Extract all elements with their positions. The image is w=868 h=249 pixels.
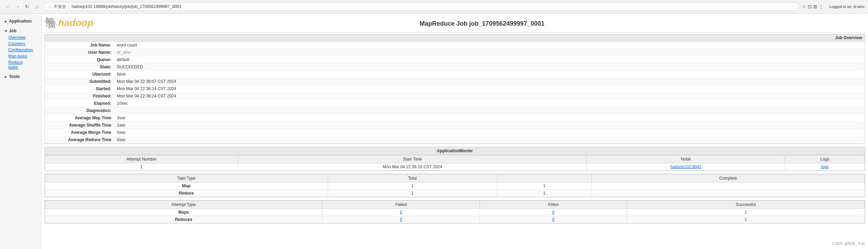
field-label: Diagnostics: bbox=[45, 107, 114, 114]
extension-icon[interactable]: ⊞ bbox=[813, 4, 817, 9]
attempt-summary-table: Attempt Type Failed Killed Successful Ma… bbox=[45, 200, 865, 223]
table-row: Diagnostics: bbox=[45, 107, 865, 114]
field-value: dr_who bbox=[114, 49, 865, 56]
sidebar-item-counters[interactable]: Counters bbox=[3, 41, 38, 47]
field-value: 1sec bbox=[114, 122, 865, 129]
reduce-total: 1 bbox=[328, 190, 497, 197]
sidebar: ► Application ▼ Job Overview Counters Co… bbox=[0, 14, 42, 249]
sidebar-item-overview[interactable]: Overview bbox=[3, 34, 38, 41]
header-row: 🐘 hadoop MapReduce Job job_1709562499997… bbox=[42, 14, 868, 33]
table-row: Average Shuffle Time 1sec bbox=[45, 122, 865, 129]
hadoop-logo: hadoop bbox=[58, 17, 93, 28]
tools-label: Tools bbox=[9, 74, 20, 79]
attempt-row-reduces: Reduces 0 0 1 bbox=[45, 216, 865, 223]
reduces-failed[interactable]: 0 bbox=[322, 216, 480, 223]
col-task-type: Task Type bbox=[45, 174, 328, 182]
am-table: Attempt Number Start Time Node Logs 1 Mo… bbox=[45, 155, 865, 171]
table-row: Finished: Mon Mar 04 22:36:24 CST 2024 bbox=[45, 93, 865, 100]
field-value: default bbox=[114, 56, 865, 63]
col-total: Total bbox=[328, 174, 497, 182]
job-label: Job bbox=[9, 28, 16, 33]
table-row: Average Merge Time 0sec bbox=[45, 129, 865, 136]
col-node: Node bbox=[587, 155, 785, 163]
field-label: State: bbox=[45, 63, 114, 71]
field-value: false bbox=[114, 71, 865, 78]
menu-icon[interactable]: ⋮ bbox=[819, 4, 824, 9]
attempt-number: 1 bbox=[45, 163, 238, 171]
field-label: Average Map Time bbox=[45, 114, 114, 122]
map-col3: 1 bbox=[497, 182, 592, 190]
attempt-type-maps: Maps bbox=[45, 209, 323, 216]
col-logs: Logs bbox=[785, 155, 865, 163]
tools-arrow: ► bbox=[4, 75, 8, 79]
table-row: State: SUCCEEDED bbox=[45, 63, 865, 71]
task-type-map: Map bbox=[45, 182, 328, 190]
table-row: User Name: dr_who bbox=[45, 49, 865, 56]
node-link[interactable]: hadoop102:8042 bbox=[587, 163, 785, 171]
task-summary-header: Task Type Total Complete bbox=[45, 174, 865, 182]
application-header[interactable]: ► Application bbox=[3, 18, 38, 25]
logo-area: 🐘 hadoop bbox=[42, 15, 96, 31]
job-section: ▼ Job Overview Counters Configuration Ma… bbox=[0, 26, 41, 72]
maps-successful: 1 bbox=[627, 209, 865, 216]
field-label: Average Shuffle Time bbox=[45, 122, 114, 129]
nav-buttons[interactable]: ← → ↻ ⌂ bbox=[3, 2, 41, 11]
watermark: CSDN @阿莫_火娃 bbox=[832, 241, 865, 246]
col-attempt-number: Attempt Number bbox=[45, 155, 238, 163]
job-info-table: Job Name: word count User Name: dr_who Q… bbox=[45, 42, 865, 144]
field-label: Average Merge Time bbox=[45, 129, 114, 136]
attempt-type-reduces: Reduces bbox=[45, 216, 323, 223]
tools-section: ► Tools bbox=[0, 72, 41, 81]
field-value: Mon Mar 04 22:36:07 CST 2024 bbox=[114, 78, 865, 85]
sidebar-item-reduce-tasks[interactable]: Reduce tasks bbox=[3, 59, 38, 70]
table-row: Uberized: false bbox=[45, 71, 865, 78]
security-icon: ⚠ bbox=[48, 5, 52, 9]
maps-failed[interactable]: 0 bbox=[322, 209, 480, 216]
attempt-row-maps: Maps 0 0 1 bbox=[45, 209, 865, 216]
table-row: Average Reduce Time 0sec bbox=[45, 136, 865, 144]
maps-killed[interactable]: 0 bbox=[480, 209, 627, 216]
security-warning: 不安全 bbox=[54, 4, 66, 10]
col-successful: Successful bbox=[627, 201, 865, 209]
tools-header[interactable]: ► Tools bbox=[3, 73, 38, 80]
sidebar-item-configuration[interactable]: Configuration bbox=[3, 47, 38, 53]
col-col3 bbox=[497, 174, 592, 182]
task-row-reduce: Reduce 1 1 bbox=[45, 190, 865, 197]
reduce-complete bbox=[592, 190, 865, 197]
start-time: Mon Mar 04 22:36:10 CST 2024 bbox=[238, 163, 587, 171]
table-row: Queue: default bbox=[45, 56, 865, 63]
star-icon[interactable]: ☆ bbox=[802, 4, 806, 9]
field-value: Mon Mar 04 22:36:24 CST 2024 bbox=[114, 93, 865, 100]
job-header[interactable]: ▼ Job bbox=[3, 27, 38, 34]
logs-link[interactable]: logs bbox=[785, 163, 865, 171]
forward-button[interactable]: → bbox=[13, 2, 22, 11]
col-attempt-type: Attempt Type bbox=[45, 201, 323, 209]
field-value: 0sec bbox=[114, 136, 865, 144]
main-content: 🐘 hadoop MapReduce Job job_1709562499997… bbox=[42, 14, 868, 249]
table-row: Elapsed: 10sec bbox=[45, 100, 865, 107]
field-label: Started: bbox=[45, 85, 114, 93]
field-value bbox=[114, 107, 865, 114]
back-button[interactable]: ← bbox=[3, 2, 12, 11]
table-row: Submitted: Mon Mar 04 22:36:07 CST 2024 bbox=[45, 78, 865, 85]
table-row: Job Name: word count bbox=[45, 42, 865, 49]
attempt-summary-section: Attempt Type Failed Killed Successful Ma… bbox=[44, 200, 865, 224]
field-label: Queue: bbox=[45, 56, 114, 63]
am-section: ApplicationMaster Attempt Number Start T… bbox=[44, 147, 865, 171]
address-bar[interactable]: ⚠ 不安全 | hadoop102:19888/jobhistory/job/j… bbox=[44, 2, 799, 11]
sidebar-item-map-tasks[interactable]: Map tasks bbox=[3, 53, 38, 59]
field-value: 0sec bbox=[114, 129, 865, 136]
hadoop-elephant: 🐘 bbox=[44, 16, 58, 29]
field-value: 3sec bbox=[114, 114, 865, 122]
table-row: Average Map Time 3sec bbox=[45, 114, 865, 122]
field-value: SUCCEEDED bbox=[114, 63, 865, 71]
refresh-button[interactable]: ↻ bbox=[23, 2, 31, 11]
field-label: Finished: bbox=[45, 93, 114, 100]
url-text: hadoop102:19888/jobhistory/job/job_17095… bbox=[71, 4, 181, 9]
header-title-area: MapReduce Job job_1709562499997_0001 bbox=[96, 16, 868, 30]
app-container: ► Application ▼ Job Overview Counters Co… bbox=[0, 14, 868, 249]
bookmark-icon[interactable]: ⊡ bbox=[808, 4, 812, 9]
field-label: Elapsed: bbox=[45, 100, 114, 107]
home-button[interactable]: ⌂ bbox=[33, 2, 41, 11]
reduces-killed[interactable]: 0 bbox=[480, 216, 627, 223]
